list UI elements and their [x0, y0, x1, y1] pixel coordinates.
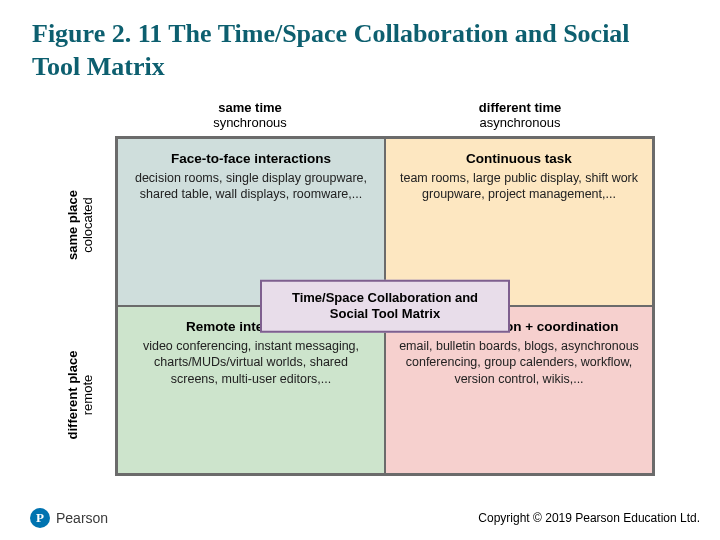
- col-header-label: same time: [115, 100, 385, 115]
- row-label-subtext: remote: [80, 310, 95, 480]
- quadrant-desc: decision rooms, single display groupware…: [130, 170, 372, 203]
- col-header-sublabel: asynchronous: [385, 115, 655, 130]
- quadrant-desc: video conferencing, instant messaging, c…: [130, 338, 372, 387]
- pearson-badge-icon: P: [30, 508, 50, 528]
- matrix-grid: Face-to-face interactions decision rooms…: [115, 136, 655, 476]
- row-label-text: same place: [65, 140, 80, 310]
- row-label-text: different place: [65, 310, 80, 480]
- column-headers: same time synchronous different time asy…: [115, 100, 655, 136]
- matrix-figure: same time synchronous different time asy…: [115, 100, 655, 476]
- row-label-same-place: same place colocated: [65, 140, 95, 310]
- pearson-logo: P Pearson: [30, 508, 108, 528]
- quadrant-title: Continuous task: [398, 151, 640, 166]
- figure-title: Figure 2. 11 The Time/Space Collaboratio…: [0, 0, 640, 83]
- quadrant-desc: team rooms, large public display, shift …: [398, 170, 640, 203]
- pearson-logo-text: Pearson: [56, 510, 108, 526]
- col-header-diff-time: different time asynchronous: [385, 100, 655, 136]
- col-header-sublabel: synchronous: [115, 115, 385, 130]
- matrix-center-label: Time/Space Collaboration and Social Tool…: [260, 280, 510, 333]
- quadrant-desc: email, bulletin boards, blogs, asynchron…: [398, 338, 640, 387]
- copyright-text: Copyright © 2019 Pearson Education Ltd.: [478, 511, 700, 525]
- col-header-same-time: same time synchronous: [115, 100, 385, 136]
- quadrant-title: Face-to-face interactions: [130, 151, 372, 166]
- row-label-diff-place: different place remote: [65, 310, 95, 480]
- footer: P Pearson Copyright © 2019 Pearson Educa…: [0, 508, 720, 528]
- col-header-label: different time: [385, 100, 655, 115]
- row-label-subtext: colocated: [80, 140, 95, 310]
